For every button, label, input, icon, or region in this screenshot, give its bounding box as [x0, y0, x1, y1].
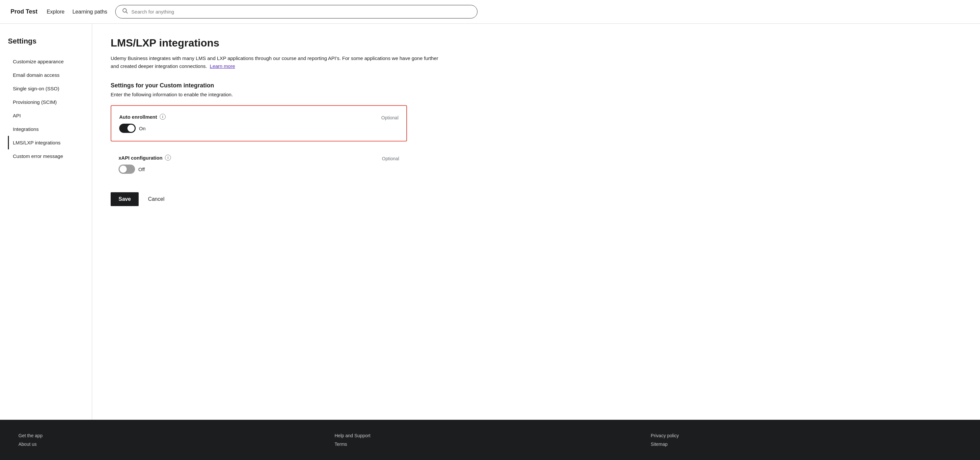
- page-description: Udemy Business integrates with many LMS …: [111, 54, 440, 70]
- auto-enrollment-toggle[interactable]: [119, 124, 136, 133]
- xapi-configuration-toggle[interactable]: [119, 165, 135, 174]
- sidebar-item-sso[interactable]: Single sign-on (SSO): [8, 82, 84, 95]
- auto-enrollment-optional: Optional: [381, 115, 398, 120]
- section-description: Enter the following information to enabl…: [111, 92, 962, 97]
- sidebar-item-custom-error[interactable]: Custom error message: [8, 149, 84, 163]
- main-content: LMS/LXP integrations Udemy Business inte…: [92, 24, 980, 420]
- learn-more-link[interactable]: Learn more: [210, 63, 235, 69]
- brand-logo[interactable]: Prod Test: [11, 8, 38, 15]
- sidebar-item-customize-appearance[interactable]: Customize appearance: [8, 55, 84, 68]
- sidebar-item-integrations[interactable]: Integrations: [8, 122, 84, 136]
- auto-enrollment-left: Auto enrollment i On: [119, 114, 165, 133]
- sidebar-item-email-domain-access[interactable]: Email domain access: [8, 68, 84, 82]
- sidebar-items: Customize appearance Email domain access…: [8, 55, 84, 163]
- header: Prod Test Explore Learning paths: [0, 0, 980, 24]
- footer-get-the-app[interactable]: Get the app: [18, 433, 329, 438]
- cancel-button[interactable]: Cancel: [145, 192, 167, 206]
- form-actions: Save Cancel: [111, 192, 962, 206]
- nav-explore[interactable]: Explore: [47, 9, 65, 15]
- xapi-configuration-toggle-label: Off: [138, 166, 145, 172]
- footer-about-us[interactable]: About us: [18, 442, 329, 447]
- sidebar-item-provisioning[interactable]: Provisioning (SCIM): [8, 95, 84, 109]
- auto-enrollment-toggle-wrap: On: [119, 124, 165, 133]
- sidebar-item-api[interactable]: API: [8, 109, 84, 122]
- main-nav: Explore Learning paths: [47, 9, 107, 15]
- xapi-configuration-info-icon[interactable]: i: [165, 155, 171, 161]
- search-icon: [122, 8, 128, 16]
- xapi-configuration-label: xAPI configuration i: [119, 155, 171, 161]
- page-layout: Settings Customize appearance Email doma…: [0, 24, 980, 420]
- nav-learning-paths[interactable]: Learning paths: [72, 9, 107, 15]
- footer-col-3: Privacy policy Sitemap: [651, 433, 962, 447]
- toggle-thumb-on: [127, 125, 135, 132]
- auto-enrollment-row: Auto enrollment i On Optional: [111, 105, 407, 141]
- footer-terms[interactable]: Terms: [334, 442, 646, 447]
- search-bar[interactable]: [115, 5, 477, 18]
- page-title: LMS/LXP integrations: [111, 37, 962, 49]
- toggle-thumb-off: [119, 166, 127, 173]
- xapi-configuration-optional: Optional: [382, 156, 399, 161]
- footer-col-2: Help and Support Terms: [334, 433, 646, 447]
- sidebar-title: Settings: [8, 37, 84, 46]
- footer-help-and-support[interactable]: Help and Support: [334, 433, 646, 438]
- search-input[interactable]: [131, 9, 471, 14]
- xapi-configuration-row: xAPI configuration i Off Optional: [111, 147, 407, 182]
- auto-enrollment-info-icon[interactable]: i: [160, 114, 165, 120]
- sidebar: Settings Customize appearance Email doma…: [0, 24, 92, 420]
- auto-enrollment-toggle-label: On: [139, 126, 146, 131]
- footer-sitemap[interactable]: Sitemap: [651, 442, 962, 447]
- section-title: Settings for your Custom integration: [111, 82, 962, 89]
- footer: Get the app About us Help and Support Te…: [0, 420, 980, 460]
- xapi-configuration-left: xAPI configuration i Off: [119, 155, 171, 174]
- footer-col-1: Get the app About us: [18, 433, 329, 447]
- xapi-configuration-toggle-wrap: Off: [119, 165, 171, 174]
- svg-line-1: [126, 12, 127, 14]
- auto-enrollment-label: Auto enrollment i: [119, 114, 165, 120]
- sidebar-item-lms-lxp[interactable]: LMS/LXP integrations: [8, 136, 84, 149]
- save-button[interactable]: Save: [111, 192, 138, 206]
- footer-privacy-policy[interactable]: Privacy policy: [651, 433, 962, 438]
